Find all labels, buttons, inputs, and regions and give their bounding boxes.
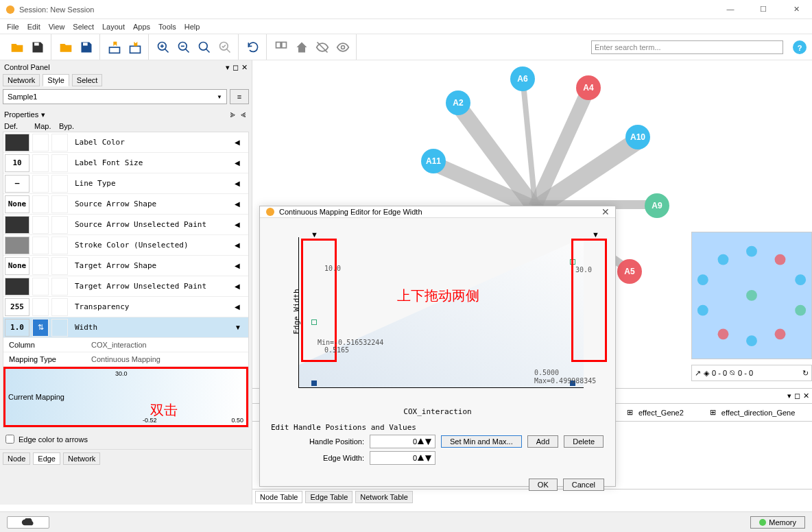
default-value-cell[interactable]: None <box>5 257 29 275</box>
expand-arrow-icon[interactable]: ◀ <box>235 241 248 249</box>
property-row[interactable]: Label Color◀ <box>3 132 248 153</box>
show-icon[interactable] <box>334 38 352 56</box>
bypass-cell[interactable] <box>51 257 68 275</box>
zoom-in-icon[interactable] <box>154 38 172 56</box>
expand-arrow-icon[interactable]: ◀ <box>235 303 248 311</box>
property-row[interactable]: NoneSource Arrow Shape◀ <box>3 194 248 215</box>
expand-arrow-icon[interactable]: ◀ <box>235 282 248 290</box>
bypass-cell[interactable] <box>51 154 68 172</box>
bypass-cell[interactable] <box>51 175 68 193</box>
dialog-close-icon[interactable]: ✕ <box>601 206 610 217</box>
menu-tools[interactable]: Tools <box>154 21 180 32</box>
table-dock-icon[interactable]: ▾ <box>787 391 791 400</box>
mapping-type-value[interactable]: Continuous Mapping <box>91 355 160 363</box>
network-node[interactable]: A2 <box>446 90 470 115</box>
help-icon[interactable]: ? <box>791 39 808 56</box>
expand-arrow-icon[interactable]: ▼ <box>235 324 248 331</box>
add-handle-button[interactable]: Add <box>527 435 559 448</box>
default-value-cell[interactable]: 255 <box>5 298 29 316</box>
zoom-out-icon[interactable] <box>175 38 193 56</box>
table-float-icon[interactable]: ◻ <box>794 391 800 400</box>
network-node[interactable]: A11 <box>421 149 446 173</box>
style-select[interactable]: Sample1 ▼ <box>3 89 227 104</box>
menu-layout[interactable]: Layout <box>98 21 129 32</box>
network-node[interactable]: A9 <box>645 193 669 218</box>
default-value-cell[interactable]: — <box>5 175 29 193</box>
properties-label[interactable]: Properties <box>4 110 38 119</box>
mapping-cell[interactable] <box>32 175 49 193</box>
default-value-cell[interactable]: 10 <box>5 154 29 172</box>
edge-color-to-arrows-checkbox[interactable] <box>5 435 14 444</box>
table-col-effect-direction[interactable]: effect_direction_Gene <box>721 409 795 417</box>
bypass-cell[interactable] <box>51 195 68 213</box>
export-table-icon[interactable] <box>126 38 144 56</box>
property-row[interactable]: 255Transparency◀ <box>3 297 248 317</box>
property-row[interactable]: NoneTarget Arrow Shape◀ <box>3 256 248 276</box>
property-row[interactable]: Target Arrow Unselected Paint◀ <box>3 276 248 297</box>
default-value-cell[interactable]: None <box>5 195 29 213</box>
menu-help[interactable]: Help <box>180 21 204 32</box>
expand-arrow-icon[interactable]: ◀ <box>235 221 248 228</box>
mapping-cell[interactable] <box>32 216 49 234</box>
expand-arrow-icon[interactable]: ◀ <box>235 138 248 146</box>
network-node[interactable]: A6 <box>510 66 535 91</box>
dock-dropdown-icon[interactable]: ▾ <box>226 63 230 72</box>
export-graph-icon[interactable]: ↗ <box>695 369 701 378</box>
tab-select[interactable]: Select <box>72 74 103 86</box>
default-value-cell[interactable]: 1.0 <box>5 319 29 337</box>
style-options-button[interactable]: ≡ <box>230 89 249 104</box>
current-mapping-preview[interactable]: Current Mapping30.0-0.520.50双击 <box>3 367 248 427</box>
minimize-button[interactable]: — <box>720 5 741 14</box>
maximize-button[interactable]: ☐ <box>753 5 774 14</box>
default-value-cell[interactable] <box>5 216 29 234</box>
mapping-cell[interactable] <box>32 257 49 275</box>
property-row[interactable]: Source Arrow Unselected Paint◀ <box>3 215 248 235</box>
bypass-cell[interactable] <box>51 319 68 337</box>
menu-file[interactable]: File <box>3 21 23 32</box>
mapping-cell[interactable] <box>32 154 49 172</box>
refresh-stats-icon[interactable]: ↻ <box>802 369 809 378</box>
default-value-cell[interactable] <box>5 134 29 152</box>
tab-edge[interactable]: Edge <box>33 452 60 465</box>
cloud-button[interactable] <box>7 516 49 529</box>
expand-arrow-icon[interactable]: ◀ <box>235 262 248 269</box>
tab-node[interactable]: Node <box>3 452 30 465</box>
default-value-cell[interactable] <box>5 237 29 254</box>
menu-view[interactable]: View <box>45 21 69 32</box>
property-row[interactable]: —Line Type◀ <box>3 173 248 194</box>
bypass-cell[interactable] <box>51 237 68 254</box>
ok-button[interactable]: OK <box>529 479 558 491</box>
import-table-icon[interactable] <box>106 38 123 56</box>
delete-handle-button[interactable]: Delete <box>564 435 604 448</box>
mapping-cell[interactable] <box>32 298 49 316</box>
mapping-cell[interactable] <box>32 195 49 213</box>
tab-style[interactable]: Style <box>43 74 69 86</box>
set-min-max-button[interactable]: Set Min and Max... <box>441 435 522 448</box>
birds-eye-view[interactable] <box>691 232 812 359</box>
bypass-cell[interactable] <box>51 134 68 152</box>
network-node[interactable]: A5 <box>617 259 642 284</box>
handle-position-input[interactable]: 0 ⯅⯆ <box>370 435 435 448</box>
expand-arrow-icon[interactable]: ◀ <box>235 180 248 187</box>
edge-width-input[interactable]: 0 ⯅⯆ <box>370 451 435 465</box>
property-row[interactable]: Stroke Color (Unselected)◀ <box>3 235 248 256</box>
zoom-fit-icon[interactable] <box>195 38 213 56</box>
cancel-button[interactable]: Cancel <box>563 479 604 491</box>
handle-marker-right-top[interactable]: ▼ <box>592 230 599 239</box>
default-value-cell[interactable] <box>5 278 29 295</box>
mapping-cell[interactable] <box>32 237 49 254</box>
bypass-cell[interactable] <box>51 278 68 295</box>
hide-icon[interactable] <box>313 38 331 56</box>
expand-arrow-icon[interactable]: ◀ <box>235 159 248 167</box>
reload-icon[interactable] <box>244 38 262 56</box>
mapping-cell[interactable] <box>32 278 49 295</box>
float-icon[interactable]: ◻ <box>232 63 239 72</box>
first-neighbors-icon[interactable] <box>272 38 290 56</box>
network-node[interactable]: A4 <box>576 75 601 100</box>
home-icon[interactable] <box>293 38 311 56</box>
table-close-icon[interactable]: ✕ <box>803 391 809 400</box>
search-input[interactable]: Enter search term... <box>591 40 783 54</box>
tab-network2[interactable]: Network <box>63 452 100 465</box>
column-value[interactable]: COX_interaction <box>91 341 147 349</box>
menu-select[interactable]: Select <box>69 21 98 32</box>
